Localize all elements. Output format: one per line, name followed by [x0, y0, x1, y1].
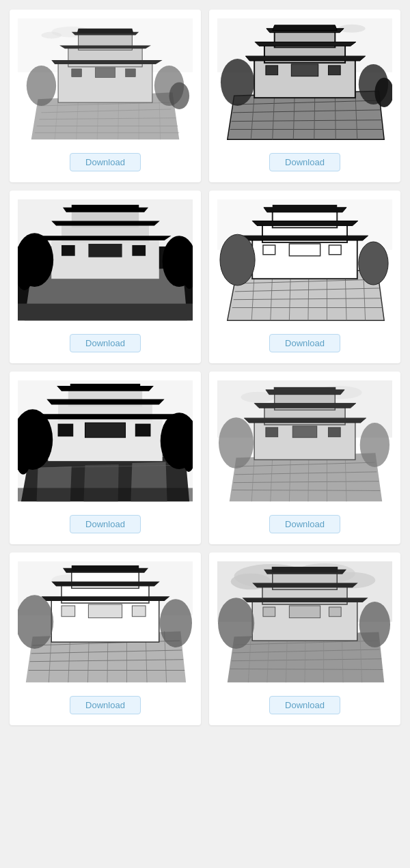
- castle-image-5: [18, 380, 193, 501]
- castle-image-8: [217, 561, 392, 682]
- image-container-5: [18, 380, 193, 503]
- svg-marker-144: [244, 419, 366, 423]
- svg-rect-51: [266, 66, 278, 75]
- svg-marker-47: [245, 57, 365, 61]
- svg-rect-98: [289, 244, 320, 256]
- card-1: Download: [10, 10, 201, 182]
- svg-marker-94: [252, 221, 358, 226]
- download-button-7[interactable]: Download: [70, 696, 141, 714]
- download-button-3[interactable]: Download: [70, 334, 141, 352]
- svg-point-26: [27, 66, 56, 106]
- svg-rect-149: [292, 426, 316, 438]
- svg-rect-176: [62, 606, 75, 617]
- image-container-1: [18, 18, 193, 141]
- download-button-1[interactable]: Download: [70, 153, 141, 171]
- svg-rect-52: [291, 64, 318, 76]
- castle-image-1: [18, 18, 193, 139]
- card-4: Download: [209, 191, 400, 363]
- svg-rect-97: [263, 245, 275, 255]
- svg-point-210: [359, 602, 390, 647]
- svg-rect-117: [58, 424, 73, 436]
- svg-rect-53: [328, 66, 340, 75]
- svg-marker-173: [51, 582, 160, 587]
- image-grid: Download: [0, 0, 410, 735]
- svg-marker-172: [41, 597, 169, 602]
- svg-rect-75: [18, 304, 193, 321]
- svg-marker-113: [37, 415, 176, 420]
- castle-image-2: [217, 18, 392, 139]
- svg-point-152: [360, 423, 390, 467]
- download-button-8[interactable]: Download: [269, 696, 340, 714]
- svg-marker-64: [41, 236, 171, 241]
- svg-point-151: [219, 418, 254, 469]
- svg-point-100: [220, 235, 255, 286]
- castle-image-6: [217, 380, 392, 501]
- svg-rect-206: [263, 607, 275, 617]
- svg-marker-145: [254, 404, 356, 408]
- download-button-4[interactable]: Download: [269, 334, 340, 352]
- svg-rect-207: [289, 606, 320, 618]
- svg-rect-24: [95, 68, 115, 78]
- svg-rect-178: [132, 606, 146, 617]
- download-button-2[interactable]: Download: [269, 153, 340, 171]
- svg-rect-25: [126, 69, 136, 77]
- card-6: Download: [209, 372, 400, 544]
- svg-marker-93: [242, 236, 368, 241]
- card-2: Download: [209, 10, 400, 182]
- svg-rect-23: [72, 69, 82, 77]
- castle-image-4: [217, 199, 392, 320]
- svg-rect-118: [85, 423, 125, 438]
- card-5: Download: [10, 372, 201, 544]
- svg-rect-67: [72, 205, 139, 210]
- image-container-3: [18, 199, 193, 322]
- svg-marker-48: [255, 42, 356, 46]
- svg-rect-116: [70, 384, 140, 389]
- svg-marker-19: [51, 60, 162, 64]
- card-3: Download: [10, 191, 201, 363]
- svg-marker-65: [51, 221, 160, 226]
- svg-marker-202: [242, 598, 368, 603]
- svg-marker-20: [59, 46, 151, 49]
- svg-rect-70: [132, 245, 146, 256]
- image-container-6: [217, 380, 392, 503]
- svg-point-54: [221, 59, 254, 106]
- svg-rect-205: [272, 567, 338, 572]
- svg-rect-175: [72, 565, 139, 571]
- svg-rect-124: [18, 488, 193, 502]
- svg-rect-69: [88, 244, 122, 257]
- svg-rect-177: [88, 604, 122, 618]
- image-container-8: [217, 561, 392, 684]
- image-container-2: [217, 18, 392, 141]
- card-8: Download: [209, 552, 400, 725]
- castle-image-3: [18, 199, 193, 320]
- castle-image-7: [18, 561, 193, 682]
- card-7: Download: [10, 552, 201, 725]
- svg-point-3: [41, 32, 62, 39]
- svg-rect-147: [274, 387, 336, 393]
- svg-rect-208: [329, 607, 341, 617]
- svg-rect-150: [328, 428, 340, 437]
- svg-marker-22: [77, 29, 134, 33]
- svg-rect-99: [329, 245, 341, 255]
- image-container-7: [18, 561, 193, 684]
- svg-marker-130: [230, 453, 382, 502]
- svg-marker-50: [273, 25, 338, 31]
- image-container-4: [217, 199, 392, 322]
- svg-point-209: [218, 598, 254, 649]
- svg-point-28: [169, 83, 190, 109]
- svg-rect-119: [135, 424, 150, 436]
- svg-marker-114: [46, 400, 164, 405]
- svg-rect-148: [266, 428, 278, 437]
- download-button-5[interactable]: Download: [70, 515, 141, 533]
- download-button-6[interactable]: Download: [269, 515, 340, 533]
- svg-point-180: [160, 600, 192, 648]
- svg-rect-96: [273, 205, 338, 210]
- svg-point-101: [359, 242, 388, 285]
- svg-marker-203: [252, 583, 358, 588]
- svg-rect-68: [62, 245, 75, 256]
